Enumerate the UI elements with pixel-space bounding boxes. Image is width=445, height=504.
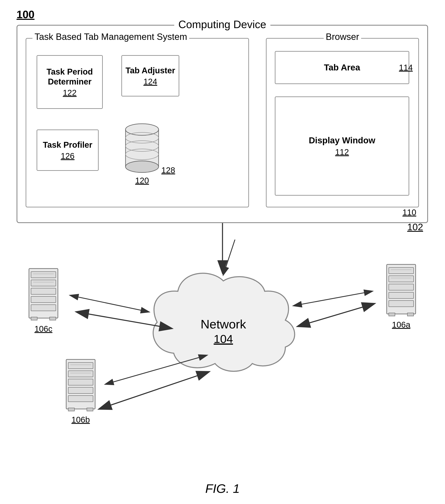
database-container: 128 120 bbox=[121, 119, 163, 173]
svg-rect-32 bbox=[68, 387, 93, 394]
figure-ref-top: 100 bbox=[17, 8, 35, 21]
display-window-box: Display Window 112 bbox=[275, 96, 409, 196]
svg-line-41 bbox=[70, 295, 149, 312]
tab-adjuster-box: Tab Adjuster 124 bbox=[121, 55, 179, 96]
database-outer-ref: 120 bbox=[135, 176, 149, 185]
display-window-label: Display Window bbox=[309, 136, 375, 145]
svg-rect-22 bbox=[389, 292, 414, 298]
svg-rect-23 bbox=[389, 301, 414, 307]
svg-rect-26 bbox=[389, 313, 395, 316]
svg-rect-30 bbox=[68, 371, 93, 377]
cloud-container: Network 104 bbox=[145, 264, 302, 380]
computing-device-label: Computing Device bbox=[174, 18, 271, 31]
browser-box: Browser 110 Tab Area 114 Display Window … bbox=[266, 38, 419, 207]
server-right-ref: 106a bbox=[392, 320, 410, 329]
database-ref: 128 bbox=[161, 166, 175, 175]
svg-rect-17 bbox=[50, 317, 56, 320]
server-right-container: 106a bbox=[378, 260, 424, 329]
display-window-ref: 112 bbox=[335, 147, 349, 157]
server-bottom-container: 106b bbox=[58, 355, 103, 424]
svg-rect-19 bbox=[389, 268, 414, 274]
svg-rect-16 bbox=[31, 317, 37, 320]
svg-rect-36 bbox=[68, 408, 75, 411]
computing-device-ref: 102 bbox=[407, 221, 423, 233]
network-section: Network 104 106c bbox=[17, 240, 428, 463]
task-period-ref: 122 bbox=[63, 88, 77, 97]
svg-text:Network: Network bbox=[201, 317, 246, 331]
browser-label: Browser bbox=[324, 32, 361, 42]
tab-area-ref: 114 bbox=[399, 63, 413, 72]
svg-rect-13 bbox=[31, 305, 56, 311]
task-period-box: Task PeriodDeterminer 122 bbox=[37, 55, 103, 109]
svg-point-1 bbox=[126, 124, 159, 135]
svg-rect-29 bbox=[68, 362, 93, 369]
tbms-box: Task Based Tab Management System Task Pe… bbox=[26, 38, 249, 207]
server-left-container: 106c bbox=[21, 264, 66, 334]
svg-line-42 bbox=[294, 291, 372, 306]
database-icon bbox=[121, 119, 163, 173]
task-profiler-label: Task Profiler bbox=[43, 140, 92, 150]
page-container: 100 Computing Device 102 Task Based Tab … bbox=[0, 0, 445, 504]
tbms-label: Task Based Tab Management System bbox=[33, 32, 189, 42]
computing-device-box: Computing Device 102 Task Based Tab Mana… bbox=[17, 25, 428, 223]
svg-rect-21 bbox=[389, 284, 414, 290]
svg-rect-31 bbox=[68, 379, 93, 385]
svg-rect-11 bbox=[31, 288, 56, 294]
svg-rect-9 bbox=[31, 272, 56, 278]
svg-text:104: 104 bbox=[213, 332, 233, 345]
tab-area-label: Tab Area bbox=[324, 63, 360, 72]
svg-rect-12 bbox=[31, 296, 56, 303]
task-profiler-ref: 126 bbox=[61, 151, 75, 161]
server-bottom-icon bbox=[58, 355, 103, 413]
tab-adjuster-label: Tab Adjuster bbox=[126, 66, 175, 75]
tab-adjuster-ref: 124 bbox=[143, 77, 157, 86]
figure-caption: FIG. 1 bbox=[205, 482, 240, 496]
svg-rect-33 bbox=[68, 396, 93, 402]
svg-rect-27 bbox=[407, 313, 414, 316]
browser-ref: 110 bbox=[402, 208, 416, 217]
task-profiler-box: Task Profiler 126 bbox=[37, 129, 99, 171]
task-period-label: Task PeriodDeterminer bbox=[47, 67, 93, 87]
svg-rect-10 bbox=[31, 280, 56, 286]
server-left-icon bbox=[21, 264, 66, 322]
tab-area-box: Tab Area 114 bbox=[275, 51, 409, 84]
network-cloud-icon: Network 104 bbox=[145, 264, 302, 380]
svg-rect-37 bbox=[87, 408, 93, 411]
server-left-ref: 106c bbox=[35, 324, 53, 334]
svg-point-2 bbox=[126, 161, 159, 172]
server-right-icon bbox=[378, 260, 424, 318]
server-bottom-ref: 106b bbox=[72, 415, 90, 424]
svg-rect-20 bbox=[389, 276, 414, 282]
